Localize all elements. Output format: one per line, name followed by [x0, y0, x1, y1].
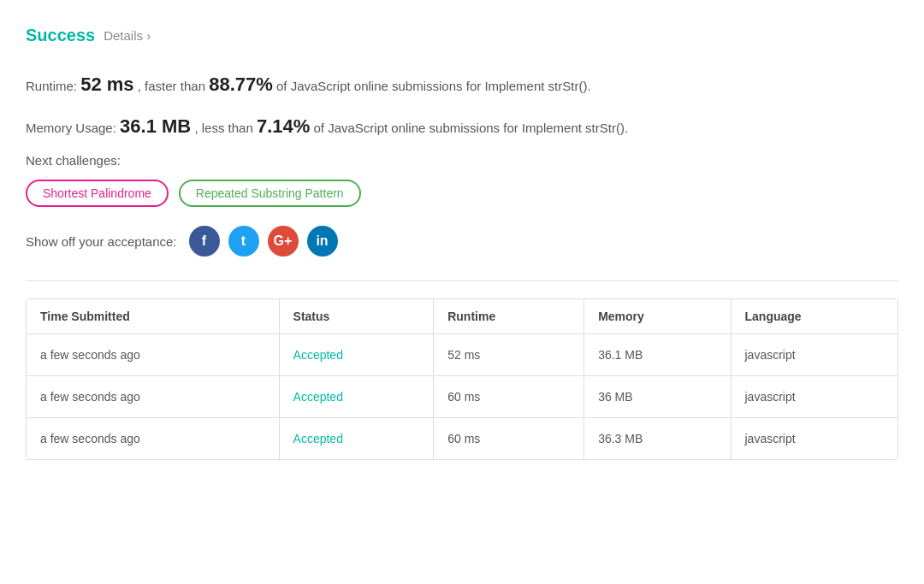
google-share-button[interactable]: G+	[268, 226, 299, 257]
cell-runtime: 52 ms	[434, 334, 584, 376]
submissions-table-wrapper: Time Submitted Status Runtime Memory Lan…	[26, 298, 898, 460]
runtime-pct: 88.77%	[209, 74, 273, 95]
cell-runtime: 60 ms	[434, 376, 584, 418]
memory-suffix: of JavaScript online submissions for Imp…	[313, 121, 628, 135]
table-row[interactable]: a few seconds agoAccepted60 ms36 MBjavas…	[27, 376, 897, 418]
twitter-share-button[interactable]: t	[228, 226, 259, 257]
cell-language: javascript	[731, 334, 897, 376]
cell-status: Accepted	[279, 334, 434, 376]
stats-section: Runtime: 52 ms , faster than 88.77% of J…	[26, 69, 898, 141]
linkedin-share-button[interactable]: in	[307, 226, 338, 257]
social-share-row: Show off your acceptance: f t G+ in	[26, 226, 898, 257]
col-status: Status	[279, 299, 434, 334]
table-row[interactable]: a few seconds agoAccepted60 ms36.3 MBjav…	[27, 418, 897, 460]
memory-pct: 7.14%	[257, 115, 310, 137]
cell-runtime: 60 ms	[434, 418, 584, 460]
memory-stat: Memory Usage: 36.1 MB , less than 7.14% …	[26, 111, 898, 141]
runtime-suffix: of JavaScript online submissions for Imp…	[276, 79, 591, 93]
cell-memory: 36.3 MB	[584, 418, 731, 460]
challenge-repeated-substring-button[interactable]: Repeated Substring Pattern	[179, 180, 361, 207]
submissions-table: Time Submitted Status Runtime Memory Lan…	[27, 299, 897, 459]
col-runtime: Runtime	[434, 299, 584, 334]
cell-language: javascript	[731, 376, 897, 418]
facebook-share-button[interactable]: f	[189, 226, 220, 257]
cell-language: javascript	[731, 418, 897, 460]
cell-time: a few seconds ago	[27, 376, 279, 418]
table-header-row: Time Submitted Status Runtime Memory Lan…	[27, 299, 897, 334]
col-time-submitted: Time Submitted	[27, 299, 279, 334]
cell-status: Accepted	[279, 376, 434, 418]
success-label: Success	[26, 26, 95, 45]
col-memory: Memory	[584, 299, 731, 334]
next-challenges-label: Next challenges:	[26, 153, 898, 168]
challenges-row: Shortest Palindrome Repeated Substring P…	[26, 180, 898, 207]
result-header: Success Details ›	[26, 26, 898, 45]
runtime-stat: Runtime: 52 ms , faster than 88.77% of J…	[26, 69, 898, 99]
runtime-comparison: , faster than	[138, 79, 209, 93]
divider	[26, 280, 898, 281]
runtime-label: Runtime:	[26, 79, 77, 93]
table-row[interactable]: a few seconds agoAccepted52 ms36.1 MBjav…	[27, 334, 897, 376]
memory-comparison: , less than	[194, 121, 257, 135]
cell-status: Accepted	[279, 418, 434, 460]
challenge-shortest-palindrome-button[interactable]: Shortest Palindrome	[26, 180, 169, 207]
details-link[interactable]: Details ›	[104, 28, 151, 43]
memory-label: Memory Usage:	[26, 121, 116, 135]
cell-memory: 36.1 MB	[584, 334, 731, 376]
runtime-value: 52 ms	[80, 74, 133, 95]
cell-memory: 36 MB	[584, 376, 731, 418]
memory-value: 36.1 MB	[120, 115, 191, 137]
cell-time: a few seconds ago	[27, 334, 279, 376]
cell-time: a few seconds ago	[27, 418, 279, 460]
col-language: Language	[731, 299, 897, 334]
social-label: Show off your acceptance:	[26, 234, 177, 249]
